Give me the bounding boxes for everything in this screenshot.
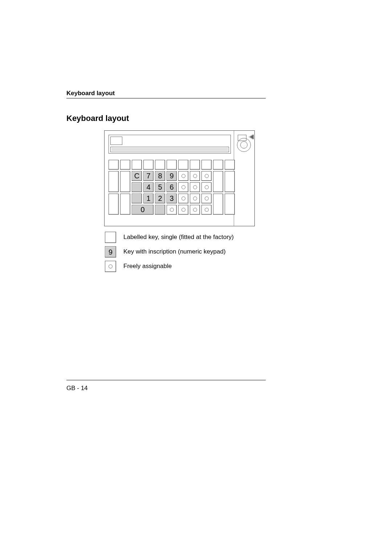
legend-numeric-text: Key with inscription (numeric keypad)	[123, 248, 226, 255]
function-row	[109, 160, 235, 170]
labelled-key	[120, 194, 130, 215]
labelled-key	[120, 171, 130, 192]
circle-icon	[193, 208, 197, 212]
main-key-grid: C 7 8 9 4 5 6 1 2 3	[109, 171, 235, 215]
key-6: 6	[167, 182, 177, 192]
circle-icon	[109, 264, 113, 268]
key-7: 7	[143, 171, 154, 181]
circle-icon	[205, 197, 209, 200]
free-key	[201, 182, 212, 192]
display-tab	[110, 137, 122, 145]
circle-icon	[170, 208, 174, 212]
legend-labelled-text: Labelled key, single (fitted at the fact…	[123, 234, 234, 241]
card-arrow-icon	[248, 134, 253, 140]
labelled-key	[213, 171, 223, 192]
labelled-key	[132, 160, 142, 170]
legend-numeric-key-icon: 9	[105, 246, 116, 258]
free-key	[201, 194, 212, 203]
legend-row-free: Freely assignable	[105, 261, 234, 272]
free-key	[167, 205, 177, 215]
legend-free-text: Freely assignable	[123, 263, 172, 270]
labelled-key	[178, 160, 188, 170]
circle-icon	[205, 208, 209, 212]
key-8: 8	[155, 171, 165, 181]
circle-icon	[193, 197, 197, 200]
running-head: Keyboard layout	[66, 90, 115, 97]
keylock-icon	[237, 138, 251, 152]
key-4: 4	[143, 182, 154, 192]
legend-free-key-icon	[105, 261, 116, 272]
key-5: 5	[155, 182, 165, 192]
circle-icon	[181, 208, 185, 212]
legend: Labelled key, single (fitted at the fact…	[105, 232, 234, 275]
numeric-key-blank	[155, 205, 165, 215]
header-rule	[66, 98, 266, 98]
footer-rule	[66, 380, 266, 380]
display-frame	[109, 135, 231, 154]
free-key	[201, 205, 212, 215]
circle-icon	[205, 185, 209, 189]
free-key	[178, 205, 188, 215]
circle-icon	[205, 174, 209, 178]
key-c: C	[132, 171, 142, 181]
display-bar-fill	[111, 148, 228, 151]
key-9: 9	[167, 171, 177, 181]
labelled-key	[225, 171, 235, 192]
labelled-key	[167, 160, 177, 170]
circle-icon	[193, 174, 197, 178]
numeric-key-blank	[132, 182, 142, 192]
keyboard-device: C 7 8 9 4 5 6 1 2 3	[104, 130, 255, 226]
labelled-key	[143, 160, 154, 170]
display-bar	[110, 147, 229, 152]
key-1: 1	[143, 194, 154, 203]
free-key	[178, 182, 188, 192]
circle-icon	[193, 185, 197, 189]
labelled-key	[201, 160, 212, 170]
free-key	[190, 182, 200, 192]
labelled-key	[120, 160, 130, 170]
labelled-key	[190, 160, 200, 170]
labelled-key	[225, 194, 235, 215]
free-key	[201, 171, 212, 181]
key-2: 2	[155, 194, 165, 203]
circle-icon	[181, 197, 185, 200]
labelled-key	[225, 160, 235, 170]
page-number: GB - 14	[66, 385, 88, 392]
legend-labelled-key-icon	[105, 232, 116, 243]
circle-icon	[181, 185, 185, 189]
labelled-key	[109, 171, 119, 192]
key-0: 0	[132, 205, 154, 215]
free-key	[178, 171, 188, 181]
numeric-key-blank	[132, 194, 142, 203]
free-key	[190, 171, 200, 181]
free-key	[178, 194, 188, 203]
labelled-key	[109, 194, 119, 215]
labelled-key	[155, 160, 165, 170]
labelled-key	[109, 160, 119, 170]
labelled-key	[213, 160, 223, 170]
circle-icon	[181, 174, 185, 178]
legend-row-numeric: 9 Key with inscription (numeric keypad)	[105, 246, 234, 258]
section-title: Keyboard layout	[66, 114, 129, 123]
free-key	[190, 194, 200, 203]
key-3: 3	[167, 194, 177, 203]
labelled-key	[213, 194, 223, 215]
legend-row-labelled: Labelled key, single (fitted at the fact…	[105, 232, 234, 243]
free-key	[190, 205, 200, 215]
page: { "header": { "running_head": "Keyboard …	[0, 0, 392, 555]
